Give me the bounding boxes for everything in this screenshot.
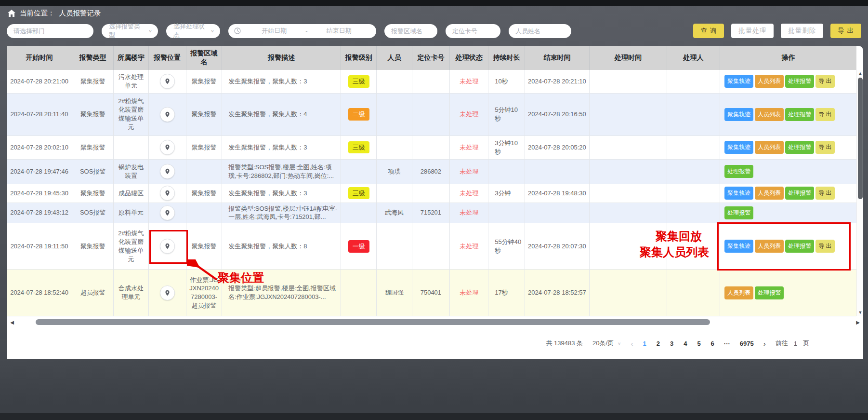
last-page-number[interactable]: 6975 <box>740 340 754 347</box>
location-pin-icon[interactable] <box>160 164 175 179</box>
action-handle-button[interactable]: 处理报警 <box>724 206 753 219</box>
alarm-records-table: 开始时间报警类型所属楼宇报警位置报警区域名报警描述报警级别人员定位卡号处理状态持… <box>7 46 856 316</box>
location-pin-icon[interactable] <box>160 285 175 300</box>
total-count: 共 139483 条 <box>546 339 583 348</box>
cell-status: 未处理 <box>450 70 488 93</box>
column-header: 定位卡号 <box>412 46 449 70</box>
page-size-select[interactable]: 20条/页 ∨ <box>592 339 621 348</box>
page-number-6[interactable]: 6 <box>711 340 714 347</box>
action-people-button[interactable]: 人员列表 <box>755 108 784 121</box>
footer-band <box>0 413 868 420</box>
cell-start: 2024-07-28 20:11:40 <box>7 93 72 135</box>
action-handle-button[interactable]: 处理报警 <box>724 165 753 178</box>
location-pin-icon[interactable] <box>160 74 175 89</box>
cell-building: 污水处理单元 <box>114 70 148 93</box>
goto-page: 前往 1 页 <box>776 339 809 348</box>
action-track-button[interactable]: 聚集轨迹 <box>724 108 753 121</box>
card-number-input[interactable] <box>446 24 500 38</box>
top-strip <box>0 0 868 6</box>
query-button[interactable]: 查 询 <box>693 24 724 38</box>
page-number-list: 123456 <box>643 340 714 347</box>
action-track-button[interactable]: 聚集轨迹 <box>724 141 753 154</box>
handle-status-select[interactable]: 选择处理状态 ∨ <box>166 24 220 38</box>
action-track-button[interactable]: 聚集轨迹 <box>724 75 753 88</box>
location-pin-icon[interactable] <box>160 205 175 220</box>
area-name-input[interactable] <box>384 24 437 38</box>
location-pin-icon[interactable] <box>160 107 175 122</box>
page-number-3[interactable]: 3 <box>670 340 673 347</box>
action-handle-button[interactable]: 处理报警 <box>785 75 814 88</box>
action-handle-button[interactable]: 处理报警 <box>755 286 784 299</box>
page-ellipsis[interactable]: ··· <box>724 340 730 347</box>
cell-card <box>412 70 449 93</box>
page-number-2[interactable]: 2 <box>657 340 660 347</box>
cell-end: 2024-07-28 18:52:57 <box>525 270 590 316</box>
cell-card: 715201 <box>412 203 449 223</box>
next-page-button[interactable]: › <box>763 339 766 348</box>
vertical-scrollbar[interactable]: ▲ ▼ <box>856 70 863 316</box>
cell-person: 项璞 <box>377 159 412 184</box>
cell-handle-time <box>590 93 667 135</box>
action-handle-button[interactable]: 处理报警 <box>785 187 814 200</box>
scroll-left-icon[interactable]: ◀ <box>7 320 17 325</box>
scroll-down-icon[interactable]: ▼ <box>857 310 863 315</box>
action-people-button[interactable]: 人员列表 <box>755 75 784 88</box>
goto-page-input[interactable]: 1 <box>794 340 797 347</box>
scroll-up-icon[interactable]: ▲ <box>857 71 863 76</box>
scroll-right-icon[interactable]: ▶ <box>853 320 863 325</box>
batch-handle-button[interactable]: 批量处理 <box>731 24 774 38</box>
action-export-button[interactable]: 导 出 <box>815 108 834 121</box>
horizontal-scrollbar-track[interactable] <box>17 319 853 325</box>
page-number-1[interactable]: 1 <box>643 340 646 347</box>
page-number-4[interactable]: 4 <box>684 340 687 347</box>
action-track-button[interactable]: 聚集轨迹 <box>724 187 753 200</box>
cell-desc: 发生聚集报警，聚集人数：3 <box>222 135 341 159</box>
cell-card <box>412 184 449 203</box>
cell-card <box>412 93 449 135</box>
chevron-down-icon: ∨ <box>210 28 214 33</box>
cell-handle-time <box>590 135 667 159</box>
action-handle-button[interactable]: 处理报警 <box>785 108 814 121</box>
page-number-5[interactable]: 5 <box>697 340 700 347</box>
batch-delete-button[interactable]: 批量删除 <box>781 24 823 38</box>
cell-end: 2024-07-28 20:07:30 <box>525 223 590 270</box>
cell-status: 未处理 <box>450 203 488 223</box>
status-text: 未处理 <box>460 144 478 151</box>
horizontal-scrollbar[interactable]: ◀ ▶ <box>7 317 863 327</box>
table-row: 2024-07-28 20:21:00聚集报警污水处理单元聚集报警发生聚集报警，… <box>7 70 856 93</box>
action-export-button[interactable]: 导 出 <box>815 141 834 154</box>
person-name-input[interactable] <box>509 24 571 38</box>
cell-duration <box>488 159 525 184</box>
action-people-button[interactable]: 人员列表 <box>724 286 753 299</box>
location-pin-icon[interactable] <box>160 186 175 201</box>
cell-status: 未处理 <box>450 223 488 270</box>
end-date-placeholder: 结束日期 <box>308 27 370 35</box>
alarm-type-select[interactable]: 选择报警类型 ∨ <box>102 24 158 38</box>
export-button[interactable]: 导 出 <box>830 24 861 38</box>
department-input[interactable] <box>7 24 93 38</box>
action-export-button[interactable]: 导 出 <box>815 75 834 88</box>
cell-handler <box>667 159 720 184</box>
column-header: 处理状态 <box>450 46 488 70</box>
cell-type: 聚集报警 <box>72 70 114 93</box>
location-pin-icon[interactable] <box>160 140 175 155</box>
cell-handle-time <box>590 70 667 93</box>
action-people-button[interactable]: 人员列表 <box>755 141 784 154</box>
action-handle-button[interactable]: 处理报警 <box>785 141 814 154</box>
alarm-level-badge: 二级 <box>348 108 369 121</box>
cell-building <box>114 135 148 159</box>
vertical-scrollbar-thumb[interactable] <box>858 78 863 199</box>
page-size-value: 20条/页 <box>592 339 614 348</box>
date-range-picker[interactable]: 开始日期 - 结束日期 <box>228 24 376 38</box>
action-people-button[interactable]: 人员列表 <box>755 187 784 200</box>
goto-unit: 页 <box>803 339 809 348</box>
alarm-level-badge: 一级 <box>348 240 369 253</box>
cell-level <box>341 159 377 184</box>
horizontal-scrollbar-thumb[interactable] <box>36 319 710 325</box>
annotation-people-list-label: 聚集人员列表 <box>640 244 709 260</box>
action-export-button[interactable]: 导 出 <box>815 187 834 200</box>
cell-handle-time <box>590 159 667 184</box>
cell-building: 成品罐区 <box>114 184 148 203</box>
cell-duration: 5分钟10秒 <box>488 93 525 135</box>
prev-page-button[interactable]: ‹ <box>631 339 633 348</box>
